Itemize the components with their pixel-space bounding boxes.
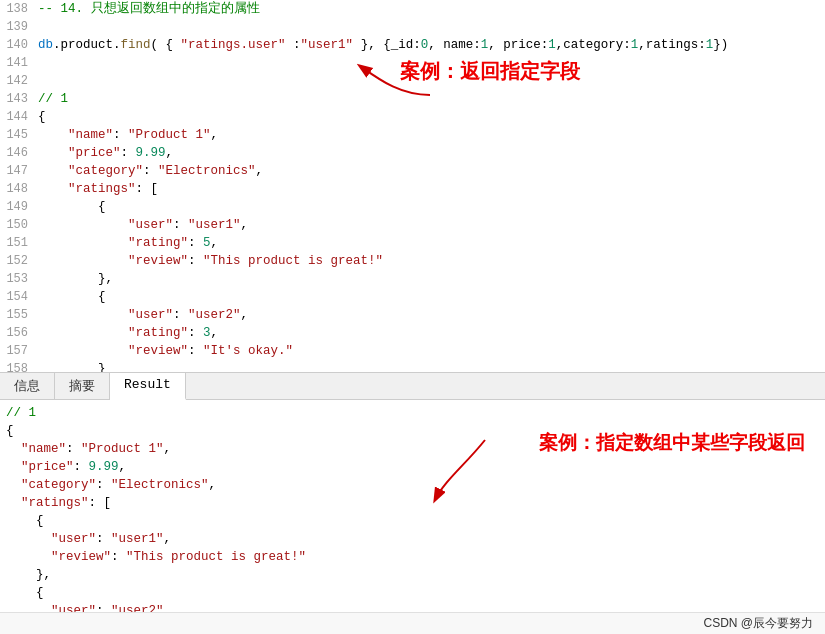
line-number: 156: [0, 324, 38, 342]
result-content: "user": "user2",: [6, 602, 171, 612]
code-line-151: 151 "rating": 5,: [0, 234, 825, 252]
line-number: 145: [0, 126, 38, 144]
code-line-141: 141: [0, 54, 825, 72]
result-line: "review": "This product is great!": [0, 548, 825, 566]
code-area: 138 -- 14. 只想返回数组中的指定的属性 139 140 db.prod…: [0, 0, 825, 372]
line-content: },: [38, 270, 825, 288]
result-content: {: [6, 584, 44, 602]
result-area: // 1 { "name": "Product 1", "price": 9.9…: [0, 400, 825, 612]
line-content: }: [38, 360, 825, 372]
line-number: 139: [0, 18, 38, 36]
result-content: "review": "This product is great!": [6, 548, 306, 566]
line-number: 138: [0, 0, 38, 18]
code-line-144: 144 {: [0, 108, 825, 126]
code-line-140: 140 db.product.find( { "ratings.user" :"…: [0, 36, 825, 54]
code-line-154: 154 {: [0, 288, 825, 306]
line-content: "rating": 5,: [38, 234, 825, 252]
result-line: "user": "user2",: [0, 602, 825, 612]
code-line-145: 145 "name": "Product 1",: [0, 126, 825, 144]
line-content: // 1: [38, 90, 825, 108]
line-content: [38, 54, 825, 72]
result-content: "category": "Electronics",: [6, 476, 216, 494]
result-line: {: [0, 512, 825, 530]
tabs-bar: 信息 摘要 Result: [0, 373, 825, 400]
tab-info[interactable]: 信息: [0, 373, 55, 399]
line-number: 151: [0, 234, 38, 252]
line-content: "category": "Electronics",: [38, 162, 825, 180]
code-editor: 138 -- 14. 只想返回数组中的指定的属性 139 140 db.prod…: [0, 0, 825, 612]
line-content: -- 14. 只想返回数组中的指定的属性: [38, 0, 825, 18]
code-line-147: 147 "category": "Electronics",: [0, 162, 825, 180]
code-line-150: 150 "user": "user1",: [0, 216, 825, 234]
line-number: 154: [0, 288, 38, 306]
result-line: // 1: [0, 404, 825, 422]
result-content: "name": "Product 1",: [6, 440, 171, 458]
code-line-155: 155 "user": "user2",: [0, 306, 825, 324]
line-content: [38, 18, 825, 36]
line-content: "name": "Product 1",: [38, 126, 825, 144]
line-number: 153: [0, 270, 38, 288]
line-content: db.product.find( { "ratings.user" :"user…: [38, 36, 825, 54]
result-line: "ratings": [: [0, 494, 825, 512]
line-content: [38, 72, 825, 90]
line-number: 142: [0, 72, 38, 90]
line-content: "user": "user2",: [38, 306, 825, 324]
line-number: 149: [0, 198, 38, 216]
code-line-143: 143 // 1: [0, 90, 825, 108]
result-content: "price": 9.99,: [6, 458, 126, 476]
line-content: {: [38, 198, 825, 216]
result-line: },: [0, 566, 825, 584]
code-line-142: 142: [0, 72, 825, 90]
footer-text: CSDN @辰今要努力: [703, 615, 813, 632]
line-content: "review": "This product is great!": [38, 252, 825, 270]
line-number: 148: [0, 180, 38, 198]
code-line-139: 139: [0, 18, 825, 36]
result-line: "name": "Product 1",: [0, 440, 825, 458]
line-content: "rating": 3,: [38, 324, 825, 342]
result-content: {: [6, 512, 44, 530]
line-content: "user": "user1",: [38, 216, 825, 234]
result-content: // 1: [6, 404, 36, 422]
result-line: {: [0, 584, 825, 602]
line-number: 144: [0, 108, 38, 126]
line-content: "ratings": [: [38, 180, 825, 198]
code-line-148: 148 "ratings": [: [0, 180, 825, 198]
result-line: "user": "user1",: [0, 530, 825, 548]
line-number: 146: [0, 144, 38, 162]
result-content: "user": "user1",: [6, 530, 171, 548]
line-content: "price": 9.99,: [38, 144, 825, 162]
bottom-panel: 信息 摘要 Result // 1 { "name": "Product 1",…: [0, 372, 825, 612]
line-content: {: [38, 288, 825, 306]
line-number: 143: [0, 90, 38, 108]
footer: CSDN @辰今要努力: [0, 612, 825, 634]
line-number: 158: [0, 360, 38, 372]
line-content: {: [38, 108, 825, 126]
line-number: 152: [0, 252, 38, 270]
result-content: "ratings": [: [6, 494, 111, 512]
code-line-146: 146 "price": 9.99,: [0, 144, 825, 162]
line-content: "review": "It's okay.": [38, 342, 825, 360]
line-number: 155: [0, 306, 38, 324]
result-line: {: [0, 422, 825, 440]
code-line-138: 138 -- 14. 只想返回数组中的指定的属性: [0, 0, 825, 18]
tab-summary[interactable]: 摘要: [55, 373, 110, 399]
result-line: "price": 9.99,: [0, 458, 825, 476]
code-line-156: 156 "rating": 3,: [0, 324, 825, 342]
code-line-153: 153 },: [0, 270, 825, 288]
code-line-149: 149 {: [0, 198, 825, 216]
result-content: },: [6, 566, 51, 584]
result-line: "category": "Electronics",: [0, 476, 825, 494]
line-number: 157: [0, 342, 38, 360]
line-number: 141: [0, 54, 38, 72]
code-line-157: 157 "review": "It's okay.": [0, 342, 825, 360]
line-number: 140: [0, 36, 38, 54]
code-line-158: 158 }: [0, 360, 825, 372]
code-line-152: 152 "review": "This product is great!": [0, 252, 825, 270]
line-number: 150: [0, 216, 38, 234]
result-content: {: [6, 422, 14, 440]
tab-result[interactable]: Result: [110, 373, 186, 400]
line-number: 147: [0, 162, 38, 180]
